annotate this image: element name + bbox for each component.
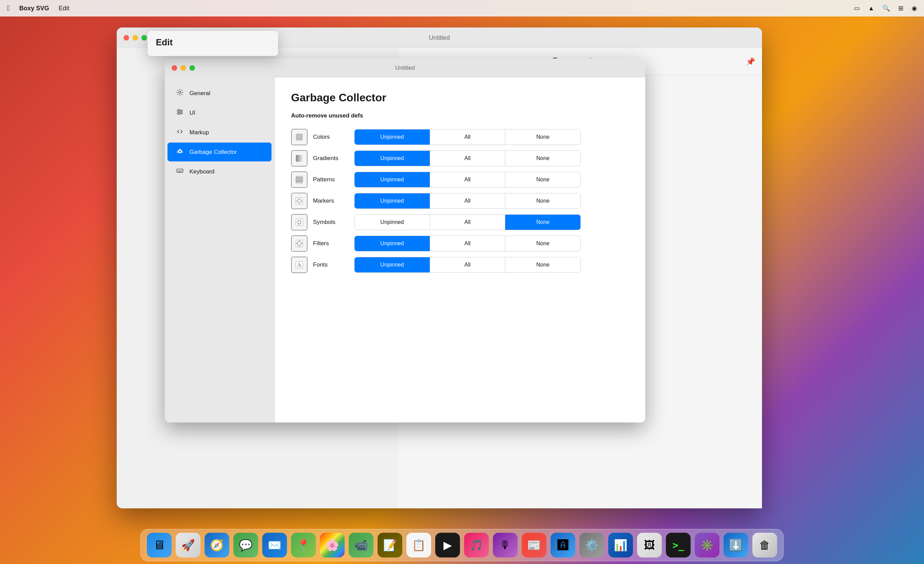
terminal-icon: >_ (672, 540, 684, 551)
prefs-minimize-button[interactable] (180, 65, 186, 71)
svg-rect-15 (181, 171, 182, 172)
gc-row-patterns: Patterns Unpinned All None (291, 170, 629, 189)
appletv-icon: ▶ (444, 538, 452, 552)
colors-none-btn[interactable]: None (505, 129, 580, 144)
dock-app-preview[interactable]: 🖼 (637, 533, 662, 558)
sidebar-item-garbage-collector[interactable]: ♻ Garbage Collector (168, 143, 272, 161)
pixelmator-icon: ✳️ (700, 538, 714, 552)
markers-label: Markers (313, 197, 354, 205)
dock-app-terminal[interactable]: >_ (666, 533, 691, 558)
svg-rect-9 (178, 170, 178, 171)
symbols-all-btn[interactable]: All (430, 215, 506, 230)
dock-app-pixelmator[interactable]: ✳️ (695, 533, 719, 558)
symbols-icon (291, 214, 308, 230)
sidebar-label-keyboard: Keyboard (189, 168, 214, 175)
fonts-icon: A (291, 257, 308, 273)
messages-icon: 💬 (239, 538, 253, 552)
dock-app-sysprefs[interactable]: ⚙️ (579, 533, 604, 558)
prefs-close-button[interactable] (172, 65, 177, 71)
dock-app-messages[interactable]: 💬 (233, 533, 258, 558)
dock-app-appletv[interactable]: ▶ (435, 533, 460, 558)
keyboard-icon (176, 167, 184, 176)
wifi-icon[interactable]: ▲ (868, 5, 874, 12)
edit-menu-dropdown: Edit (148, 31, 278, 56)
content-title: Garbage Collector (291, 91, 629, 104)
fonts-all-btn[interactable]: All (430, 257, 506, 272)
gc-row-markers: Markers Unpinned All None (291, 191, 629, 211)
apple-menu[interactable]:  (7, 4, 10, 13)
patterns-none-btn[interactable]: None (505, 172, 580, 187)
gradients-all-btn[interactable]: All (430, 151, 506, 166)
maximize-button[interactable] (141, 35, 147, 41)
sidebar-item-keyboard[interactable]: Keyboard (168, 162, 272, 181)
patterns-unpinned-btn[interactable]: Unpinned (355, 172, 430, 187)
app-name[interactable]: Boxy SVG (19, 5, 49, 12)
trash-icon: 🗑 (759, 539, 770, 552)
colors-all-btn[interactable]: All (430, 129, 506, 144)
search-icon[interactable]: 🔍 (882, 5, 890, 12)
menubar:  Boxy SVG Edit ▭ ▲ 🔍 ⊞ ◉ (0, 0, 924, 17)
launchpad-icon: 🚀 (181, 538, 195, 552)
mail-icon: ✉️ (268, 538, 282, 552)
patterns-icon (291, 171, 308, 188)
patterns-all-btn[interactable]: All (430, 172, 506, 187)
dock-app-finder[interactable]: 🖥 (147, 533, 172, 558)
gradients-unpinned-btn[interactable]: Unpinned (355, 151, 430, 166)
filters-label: Filters (313, 240, 354, 247)
close-button[interactable] (124, 35, 129, 41)
facetime-icon: 📹 (354, 538, 368, 552)
dock-app-safari[interactable]: 🧭 (205, 533, 229, 558)
app-window-title: Untitled (429, 35, 450, 42)
dock-app-reminders[interactable]: 📋 (406, 533, 431, 558)
user-icon[interactable]: ◉ (912, 5, 917, 12)
filters-unpinned-btn[interactable]: Unpinned (355, 236, 430, 251)
symbols-none-btn[interactable]: None (505, 215, 580, 230)
colors-unpinned-btn[interactable]: Unpinned (355, 129, 430, 144)
colors-icon (291, 129, 308, 145)
monitor-icon[interactable]: ▭ (854, 5, 860, 12)
prefs-body: General UI (165, 78, 645, 423)
fonts-none-btn[interactable]: None (505, 257, 580, 272)
pin-button[interactable]: 📌 (746, 57, 755, 66)
maps-icon: 📍 (297, 538, 310, 552)
svg-rect-14 (179, 171, 181, 172)
dock-app-altimeter[interactable]: 📊 (608, 533, 633, 558)
gc-row-symbols: Symbols Unpinned All None (291, 213, 629, 232)
dock-app-trash[interactable]: 🗑 (752, 533, 777, 558)
dock-app-news[interactable]: 📰 (522, 533, 546, 558)
gc-row-fonts: A Fonts Unpinned All None (291, 255, 629, 274)
prefs-maximize-button[interactable] (189, 65, 195, 71)
reminders-icon: 📋 (412, 538, 426, 552)
minimize-button[interactable] (132, 35, 138, 41)
fonts-unpinned-btn[interactable]: Unpinned (355, 257, 430, 272)
sidebar-label-ui: UI (189, 110, 195, 116)
sidebar-item-ui[interactable]: UI (168, 104, 272, 122)
dock-app-maps[interactable]: 📍 (291, 533, 316, 558)
markers-unpinned-btn[interactable]: Unpinned (355, 193, 430, 209)
content-subtitle: Auto-remove unused defs (291, 112, 629, 119)
dock-app-podcasts[interactable]: 🎙 (493, 533, 518, 558)
dock-app-mail[interactable]: ✉️ (262, 533, 287, 558)
gradients-none-btn[interactable]: None (505, 151, 580, 166)
filters-none-btn[interactable]: None (505, 236, 580, 251)
dock-app-downloads[interactable]: ⬇️ (723, 533, 748, 558)
gear-icon (176, 89, 184, 98)
dock-app-photos[interactable]: 🌸 (320, 533, 345, 558)
control-center-icon[interactable]: ⊞ (898, 5, 903, 12)
gc-row-filters: Filters Unpinned All None (291, 234, 629, 253)
sidebar-item-markup[interactable]: Markup (168, 123, 272, 142)
edit-menu[interactable]: Edit (59, 5, 69, 12)
filters-all-btn[interactable]: All (430, 236, 506, 251)
symbols-unpinned-btn[interactable]: Unpinned (355, 215, 430, 230)
markers-none-btn[interactable]: None (505, 193, 580, 209)
sidebar-item-general[interactable]: General (168, 84, 272, 103)
markers-all-btn[interactable]: All (430, 193, 506, 209)
recycle-icon: ♻ (176, 147, 184, 156)
photos-icon: 🌸 (326, 538, 339, 552)
dock-app-music[interactable]: 🎵 (464, 533, 489, 558)
dock-app-appstore[interactable]: 🅰 (550, 533, 575, 558)
dock-app-launchpad[interactable]: 🚀 (176, 533, 201, 558)
dock-app-notes[interactable]: 📝 (378, 533, 402, 558)
dock-app-facetime[interactable]: 📹 (349, 533, 374, 558)
prefs-sidebar: General UI (165, 78, 274, 423)
